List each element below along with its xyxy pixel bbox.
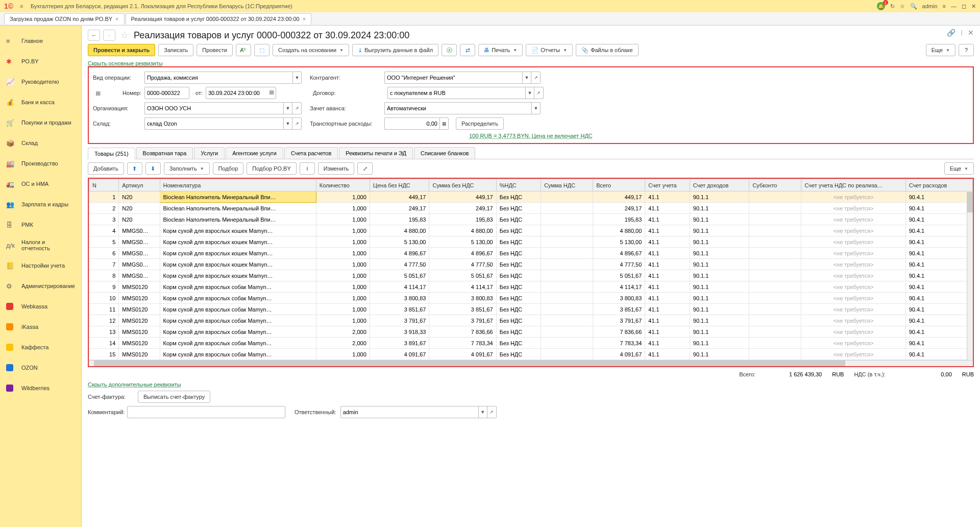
cell[interactable]: 41.1	[645, 304, 690, 315]
cell[interactable]: MMS0120	[119, 326, 160, 338]
cell[interactable]: Корм сухой для взрослых собак Mamyn…	[160, 281, 316, 293]
cell[interactable]: 90.1.1	[690, 214, 749, 225]
tab-1[interactable]: Загрузка продаж OZON по дням PO.BY ×	[4, 13, 125, 25]
cell[interactable]: 4 114,17	[370, 281, 429, 293]
create-on-button[interactable]: Создать на основании▼	[273, 44, 349, 56]
table-row[interactable]: 10MMS0120Корм сухой для взрослых собак M…	[89, 293, 973, 304]
cell[interactable]: 5 051,67	[593, 270, 645, 281]
cell[interactable]: Корм сухой для взрослых собак Mamyn…	[160, 304, 316, 315]
cell[interactable]: MMGS0…	[119, 225, 160, 236]
cell[interactable]: <не требуется>	[801, 236, 905, 248]
cell[interactable]: 5 130,00	[370, 236, 429, 248]
cell[interactable]: 14	[89, 338, 119, 349]
cell[interactable]: 4 091,67	[429, 349, 496, 360]
move-down-button[interactable]: ⬇	[145, 162, 161, 175]
op-type-input[interactable]	[144, 71, 292, 84]
table-row[interactable]: 12MMS0120Корм сухой для взрослых собак M…	[89, 315, 973, 326]
date-input[interactable]	[206, 87, 276, 99]
sidebar-item-rmk[interactable]: 🗄РМК	[0, 214, 81, 235]
col-header[interactable]: %НДС	[496, 179, 541, 191]
table-row[interactable]: 14MMS0120Корм сухой для взрослых собак M…	[89, 338, 973, 349]
resp-input[interactable]	[340, 406, 478, 418]
cell[interactable]: 41.1	[645, 259, 690, 270]
cell[interactable]: 3	[89, 214, 119, 225]
cell[interactable]: 1,000	[316, 293, 370, 304]
cell[interactable]: 90.4.1	[905, 338, 972, 349]
table-row[interactable]: 4MMGS0…Корм сухой для взрослых кошек Mam…	[89, 225, 973, 236]
cloud-button[interactable]: 📎Файлы в облаке	[576, 44, 638, 56]
h-scrollbar[interactable]	[89, 360, 973, 366]
cell[interactable]: 90.4.1	[905, 203, 972, 214]
cell[interactable]: 249,17	[429, 203, 496, 214]
cell[interactable]: <не требуется>	[801, 281, 905, 293]
dropdown-icon[interactable]: ▼	[522, 71, 531, 84]
cell[interactable]	[541, 281, 593, 293]
cell[interactable]: 1,000	[316, 281, 370, 293]
cell[interactable]: 2	[89, 203, 119, 214]
sidebar-item-wh[interactable]: 📦Склад	[0, 133, 81, 153]
cell[interactable]: 90.4.1	[905, 225, 972, 236]
col-header[interactable]: N	[89, 179, 119, 191]
sidebar-item-admin[interactable]: ⚙Администрирование	[0, 276, 81, 296]
dropdown-icon[interactable]: ▼	[478, 406, 487, 418]
cell[interactable]: 10	[89, 293, 119, 304]
close-doc-icon[interactable]: ✕	[968, 29, 974, 37]
cell[interactable]: 90.1.1	[690, 326, 749, 338]
cell[interactable]: <не требуется>	[801, 315, 905, 326]
cell[interactable]: 7 783,34	[429, 338, 496, 349]
cell[interactable]: 90.1.1	[690, 281, 749, 293]
table-row[interactable]: 15MMS0120Корм сухой для взрослых собак M…	[89, 349, 973, 360]
dt-kt-button[interactable]: Ⱥᵏ	[236, 44, 251, 56]
cell[interactable]	[541, 191, 593, 203]
cell[interactable]: 90.1.1	[690, 270, 749, 281]
cell[interactable]: 90.4.1	[905, 293, 972, 304]
cell[interactable]: 4	[89, 225, 119, 236]
table-row[interactable]: 9MMS0120Корм сухой для взрослых собак Ma…	[89, 281, 973, 293]
print-button[interactable]: 🖶Печать▼	[478, 44, 523, 56]
history-icon[interactable]: ↻	[890, 3, 895, 10]
tab-forms[interactable]: Списание бланков	[414, 147, 475, 159]
cell[interactable]	[541, 293, 593, 304]
cell[interactable]: <не требуется>	[801, 293, 905, 304]
cell[interactable]	[749, 214, 801, 225]
cell[interactable]: 12	[89, 315, 119, 326]
cell[interactable]	[749, 326, 801, 338]
change-button[interactable]: Изменить	[318, 162, 355, 175]
tab-services[interactable]: Услуги	[194, 147, 225, 159]
cell[interactable]: Корм сухой для взрослых кошек Mamyn…	[160, 259, 316, 270]
transport-input[interactable]	[384, 117, 439, 130]
cell[interactable]: 249,17	[370, 203, 429, 214]
close-app-icon[interactable]: ✕	[971, 3, 976, 10]
cell[interactable]: 449,17	[429, 191, 496, 203]
table-row[interactable]: 1N20Bioclean Наполнитель Минеральный Впи…	[89, 191, 973, 203]
cell[interactable]: 1,000	[316, 349, 370, 360]
more-button[interactable]: Еще▼	[926, 44, 955, 56]
tab-agent[interactable]: Агентские услуги	[226, 147, 283, 159]
cell[interactable]: Bioclean Наполнитель Минеральный Впи…	[160, 203, 316, 214]
cell[interactable]: Без НДС	[496, 236, 541, 248]
cell[interactable]: 3 791,67	[593, 315, 645, 326]
col-header[interactable]: Счет доходов	[690, 179, 749, 191]
cell[interactable]: MMS0120	[119, 293, 160, 304]
cell[interactable]: 41.1	[645, 191, 690, 203]
table-row[interactable]: 11MMS0120Корм сухой для взрослых собак M…	[89, 304, 973, 315]
cell[interactable]	[541, 326, 593, 338]
cell[interactable]: 3 918,33	[370, 326, 429, 338]
table-row[interactable]: 3N20Bioclean Наполнитель Минеральный Впи…	[89, 214, 973, 225]
cell[interactable]: 41.1	[645, 326, 690, 338]
tab-goods[interactable]: Товары (251)	[88, 148, 135, 159]
cell[interactable]: MMGS0…	[119, 259, 160, 270]
cell[interactable]: 4 880,00	[370, 225, 429, 236]
minimize-icon[interactable]: —	[951, 3, 957, 9]
cell[interactable]	[541, 349, 593, 360]
cell[interactable]: 1,000	[316, 225, 370, 236]
col-header[interactable]: Счет учета НДС по реализа…	[801, 179, 905, 191]
cell[interactable]: 41.1	[645, 203, 690, 214]
cell[interactable]	[749, 270, 801, 281]
cell[interactable]: 4 777,50	[429, 259, 496, 270]
cell[interactable]	[749, 338, 801, 349]
cell[interactable]: 4 114,17	[593, 281, 645, 293]
cell[interactable]: 1,000	[316, 248, 370, 259]
cell[interactable]: Без НДС	[496, 191, 541, 203]
table-row[interactable]: 8MMGS0…Корм сухой для взрослых кошек Mam…	[89, 270, 973, 281]
